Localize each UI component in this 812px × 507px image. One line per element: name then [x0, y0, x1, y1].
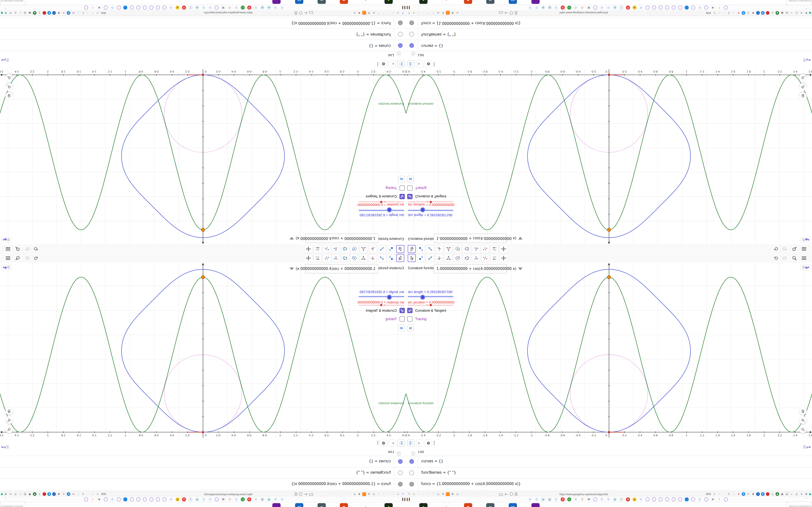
faded-dot-icon[interactable]: ○ — [470, 11, 474, 15]
default-favicon[interactable] — [104, 6, 108, 10]
visibility-marble-curves[interactable] — [409, 43, 414, 48]
algebra-sort-button[interactable] — [397, 440, 405, 446]
visibility-marble-funcs[interactable] — [398, 482, 403, 487]
default-favicon[interactable] — [130, 6, 134, 10]
arc-length-slider[interactable] — [359, 210, 404, 211]
uo-badge-icon[interactable]: ⓤ — [785, 492, 789, 496]
faded-dot-icon[interactable]: ○ — [480, 11, 484, 15]
puzzle-icon[interactable]: ✤ — [800, 11, 803, 15]
wiki-favicon[interactable]: W — [221, 497, 225, 501]
faded-dot-icon[interactable]: ○ — [475, 492, 479, 496]
url-text[interactable]: https://www.geogebra.org/classic/aagcxh3… — [559, 11, 608, 14]
google-favicon[interactable]: G — [698, 497, 702, 501]
faded-dot-icon[interactable]: ○ — [348, 492, 352, 496]
tool-move-graphics-view[interactable] — [305, 245, 312, 253]
default-favicon[interactable] — [149, 497, 153, 501]
tool-slider[interactable]: a=2 — [490, 245, 498, 253]
site-favicon[interactable]: ◎ — [195, 6, 199, 10]
record-icon[interactable] — [43, 11, 46, 15]
translate-icon[interactable]: A — [67, 492, 70, 496]
tool-slider[interactable]: a=2 — [490, 254, 498, 262]
faded-dot-icon[interactable]: ○ — [460, 11, 464, 15]
default-favicon[interactable] — [149, 6, 153, 10]
undo-button[interactable] — [772, 245, 780, 252]
tab-favicon-console[interactable]: ▮ — [419, 503, 427, 507]
google-favicon[interactable]: G — [606, 6, 610, 10]
refresh-icon[interactable]: C — [81, 492, 85, 496]
graphics-view[interactable]: -2.6-2.4-2.2-2-1.8-1.6-1.4-1.2-1-0.8-0.6… — [0, 263, 406, 438]
google-favicon[interactable]: G — [273, 6, 277, 10]
tool-move-graphics-view[interactable] — [500, 245, 507, 253]
url-text[interactable]: https://www.geogebra.org/classic/aagcxh3… — [204, 493, 253, 496]
google-favicon[interactable]: G — [600, 497, 604, 501]
redo-button[interactable] — [23, 245, 31, 252]
arc-position-slider[interactable] — [359, 202, 404, 202]
algebra-kebab-menu[interactable]: ••• — [377, 441, 378, 445]
default-favicon[interactable] — [646, 6, 650, 10]
folder-icon[interactable] — [499, 493, 503, 496]
info-favicon[interactable]: i — [619, 497, 623, 501]
google-favicon[interactable]: G — [202, 497, 206, 501]
image-favicon[interactable]: ▤ — [632, 6, 637, 10]
zoom-in-button[interactable] — [5, 83, 13, 91]
zoom-out-button[interactable] — [799, 74, 807, 81]
faded-dot-icon[interactable]: ○ — [465, 11, 469, 15]
google-favicon[interactable]: G — [606, 497, 610, 501]
tool-line[interactable] — [426, 254, 434, 262]
site-favicon[interactable]: ◎ — [541, 497, 545, 501]
meter-icon[interactable]: ◔ — [391, 11, 395, 15]
download-icon[interactable]: ↓ — [732, 492, 735, 496]
tab-favicon-settings[interactable]: ✱ — [464, 0, 472, 4]
tab-favicon-save64[interactable]: 64 — [509, 0, 517, 4]
algebra-stylebar-toggle[interactable] — [803, 445, 811, 451]
globe-icon[interactable]: ◍ — [795, 492, 799, 496]
tool-circle[interactable] — [350, 245, 358, 253]
google-favicon[interactable]: G — [169, 497, 173, 501]
vpn-icon[interactable]: ▼ — [761, 11, 765, 15]
google-favicon[interactable]: G — [273, 497, 277, 501]
search-button[interactable] — [790, 245, 799, 252]
default-favicon[interactable] — [659, 497, 663, 501]
list-collapse-button[interactable]: − — [397, 451, 401, 455]
record-icon[interactable] — [766, 11, 769, 15]
pin-icon[interactable]: Y — [401, 492, 405, 496]
default-favicon[interactable] — [665, 497, 669, 501]
yandex-favicon[interactable]: Я — [626, 497, 630, 501]
algebra-row-funcs[interactable]: funcs = {1.000000000000 + cos(4.00000000… — [0, 478, 406, 490]
arc-position-slider[interactable] — [359, 305, 404, 305]
google-favicon[interactable]: G — [169, 6, 173, 10]
tab-favicon-monitor[interactable]: ▣ — [486, 0, 495, 4]
tab-favicon-save64[interactable]: 64 — [295, 0, 303, 4]
tab-favicon-firefox[interactable]: ◉ — [442, 0, 451, 4]
tab-favicon-monitor[interactable]: ▣ — [317, 0, 326, 4]
trash-icon[interactable]: ▯ — [771, 492, 774, 496]
stats-caret-icon[interactable]: ⌃ — [787, 502, 789, 504]
share-icon[interactable]: ◈ — [775, 11, 779, 15]
clipboard-icon[interactable]: ▣ — [28, 11, 32, 15]
gear-icon[interactable]: ✱ — [751, 492, 755, 496]
faded-dot-icon[interactable]: ○ — [460, 492, 464, 496]
algebra-settings-button[interactable] — [425, 440, 432, 446]
zoom-out-button[interactable] — [799, 426, 807, 433]
default-favicon[interactable] — [136, 497, 140, 501]
play-button[interactable] — [398, 176, 405, 182]
tab-favicon-settings[interactable]: ✱ — [340, 503, 348, 507]
dot-icon[interactable]: ● — [412, 492, 416, 496]
faded-dot-icon[interactable]: ○ — [343, 11, 347, 15]
zoom-in-button[interactable] — [799, 83, 807, 91]
refresh-icon[interactable]: C — [727, 11, 731, 15]
google-favicon[interactable]: G — [234, 6, 238, 10]
arc-length-slider[interactable] — [408, 296, 453, 297]
algebra-row-funcnames[interactable]: funcNames = {" "} — [0, 467, 406, 479]
vpn-icon[interactable]: ▼ — [47, 492, 51, 496]
pin-icon[interactable]: Y — [407, 492, 411, 496]
visibility-marble-funcs[interactable] — [409, 482, 414, 487]
tool-move[interactable] — [396, 254, 404, 262]
globe-icon[interactable]: ◍ — [372, 11, 376, 15]
zoom-out-button[interactable] — [5, 74, 13, 81]
tab-favicon-monitor[interactable]: ▣ — [486, 503, 495, 507]
stats-caret-icon[interactable]: ⌃ — [23, 502, 25, 504]
wrench-icon[interactable]: ⚒ — [367, 11, 371, 15]
yandex-favicon[interactable]: Я — [247, 497, 251, 501]
palette-icon[interactable]: ✿ — [71, 11, 75, 15]
